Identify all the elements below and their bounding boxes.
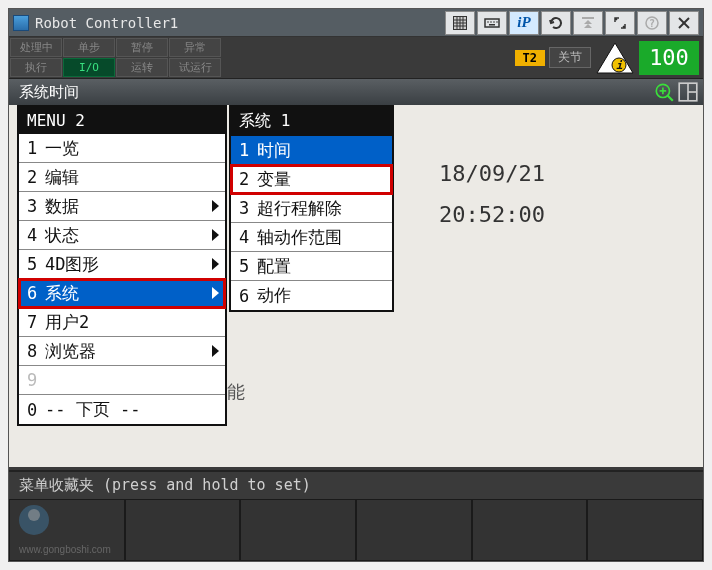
main-area: 18/09/21 20:52:00 能 MENU 2 1一览2编辑3数据4状态5…: [9, 105, 703, 467]
status-cell[interactable]: 处理中: [10, 38, 62, 57]
menu-item[interactable]: 6系统: [19, 279, 225, 308]
status-cell[interactable]: 暂停: [116, 38, 168, 57]
menu-item-label: 变量: [257, 168, 291, 191]
datetime-display: 18/09/21 20:52:00: [439, 161, 545, 243]
svg-point-9: [487, 21, 489, 23]
menu-item[interactable]: 3超行程解除: [231, 194, 392, 223]
menu-item[interactable]: 1时间: [231, 136, 392, 165]
menu-item-label: 4D图形: [45, 253, 99, 276]
joint-badge[interactable]: 关节: [549, 47, 591, 68]
window-title: Robot Controller1: [35, 15, 439, 31]
date-value: 18/09/21: [439, 161, 545, 186]
titlebar: Robot Controller1 iP ?: [9, 9, 703, 37]
svg-point-29: [28, 509, 40, 521]
menu-item-number: 3: [239, 198, 257, 218]
menu-item-number: 9: [27, 370, 45, 390]
help-icon[interactable]: ?: [637, 11, 667, 35]
menu-item: 9: [19, 366, 225, 395]
menu-item-label: 时间: [257, 139, 291, 162]
svg-point-12: [496, 21, 498, 23]
menu-item-number: 1: [27, 138, 45, 158]
menu-item-number: 5: [27, 254, 45, 274]
status-row: 处理中单步暂停异常执行I/O运转试运行 T2 关节 i 100: [9, 37, 703, 79]
menu-item[interactable]: 1一览: [19, 134, 225, 163]
main-menu: MENU 2 1一览2编辑3数据4状态54D图形6系统7用户28浏览器90-- …: [17, 105, 227, 426]
system-submenu-title: 系统 1: [231, 107, 392, 136]
remnant-text: 能: [227, 380, 245, 404]
close-icon[interactable]: [669, 11, 699, 35]
menu-item-number: 6: [27, 283, 45, 303]
svg-rect-8: [485, 19, 499, 27]
menu-item-number: 2: [27, 167, 45, 187]
menu-item-number: 5: [239, 256, 257, 276]
menu-item-number: 7: [27, 312, 45, 332]
watermark: www.gongboshi.com: [19, 544, 111, 555]
status-cell[interactable]: 单步: [63, 38, 115, 57]
system-submenu: 系统 1 1时间2变量3超行程解除4轴动作范围5配置6动作: [229, 105, 394, 312]
favorite-slot[interactable]: [587, 499, 703, 561]
menu-item[interactable]: 4轴动作范围: [231, 223, 392, 252]
menu-item-label: 系统: [45, 282, 79, 305]
grid-icon[interactable]: [445, 11, 475, 35]
menu-item[interactable]: 8浏览器: [19, 337, 225, 366]
t2-badge: T2: [515, 50, 545, 66]
menu-item-label: 用户2: [45, 311, 89, 334]
page-header: 系统时间: [9, 79, 703, 105]
menu-item[interactable]: 7用户2: [19, 308, 225, 337]
app-icon: [13, 15, 29, 31]
keyboard-icon[interactable]: [477, 11, 507, 35]
menu-item[interactable]: 4状态: [19, 221, 225, 250]
menu-item[interactable]: 3数据: [19, 192, 225, 221]
menu-item-label: 超行程解除: [257, 197, 342, 220]
svg-point-11: [493, 21, 495, 23]
menu-item-number: 1: [239, 140, 257, 160]
undo-icon[interactable]: [541, 11, 571, 35]
menu-item[interactable]: 2变量: [231, 165, 392, 194]
ip-button[interactable]: iP: [509, 11, 539, 35]
menu-item[interactable]: 5配置: [231, 252, 392, 281]
favorite-slot[interactable]: [356, 499, 472, 561]
menu-item-number: 3: [27, 196, 45, 216]
favorite-slot[interactable]: [472, 499, 588, 561]
menu-item[interactable]: 54D图形: [19, 250, 225, 279]
status-cell[interactable]: 试运行: [169, 58, 221, 77]
svg-text:?: ?: [649, 18, 655, 29]
menu-item-label: 编辑: [45, 166, 79, 189]
speed-display[interactable]: 100: [639, 41, 699, 75]
menu-item-number: 6: [239, 286, 257, 306]
footer: 菜单收藏夹 (press and hold to set) www.gongbo…: [9, 470, 703, 561]
menu-item-label: -- 下页 --: [45, 398, 140, 421]
menu-item-label: 动作: [257, 284, 291, 307]
menu-item-label: 一览: [45, 137, 79, 160]
menu-item[interactable]: 0-- 下页 --: [19, 395, 225, 424]
favorite-slot[interactable]: [240, 499, 356, 561]
expand-icon[interactable]: [605, 11, 635, 35]
status-cell[interactable]: 运转: [116, 58, 168, 77]
zoom-plus-icon[interactable]: [653, 81, 675, 103]
svg-rect-13: [489, 24, 495, 26]
menu-item-label: 数据: [45, 195, 79, 218]
main-menu-title: MENU 2: [19, 107, 225, 134]
menu-item-label: 配置: [257, 255, 291, 278]
menu-item-number: 2: [239, 169, 257, 189]
status-cell[interactable]: I/O: [63, 58, 115, 77]
chevron-right-icon: [212, 345, 219, 357]
menu-item-number: 4: [27, 225, 45, 245]
top-icon[interactable]: [573, 11, 603, 35]
menu-item-number: 8: [27, 341, 45, 361]
status-cell[interactable]: 异常: [169, 38, 221, 57]
chevron-right-icon: [212, 287, 219, 299]
menu-item-label: 浏览器: [45, 340, 96, 363]
chevron-right-icon: [212, 229, 219, 241]
layout-icon[interactable]: [677, 81, 699, 103]
chevron-right-icon: [212, 200, 219, 212]
status-cell[interactable]: 执行: [10, 58, 62, 77]
menu-item[interactable]: 2编辑: [19, 163, 225, 192]
warning-icon[interactable]: i: [595, 41, 635, 75]
svg-text:i: i: [616, 59, 623, 72]
menu-item-number: 4: [239, 227, 257, 247]
time-value: 20:52:00: [439, 202, 545, 227]
favorite-slot[interactable]: [125, 499, 241, 561]
svg-point-10: [490, 21, 492, 23]
menu-item[interactable]: 6动作: [231, 281, 392, 310]
